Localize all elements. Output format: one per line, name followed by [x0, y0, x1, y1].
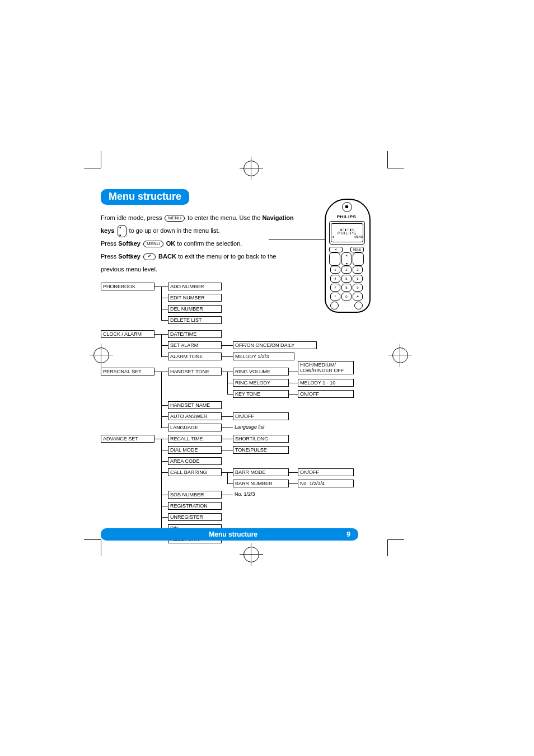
phone-screen-softright: MENU — [354, 235, 363, 238]
tree-line — [161, 461, 168, 462]
intro-paragraph: From idle mode, press MENU to enter the … — [101, 212, 302, 276]
menu-option: No. 1/2/3 — [233, 491, 257, 497]
menu-option: ON/OFF — [298, 390, 354, 398]
menu-key-icon: MENU — [143, 241, 163, 247]
key-6: 6 — [353, 275, 363, 283]
tree-line — [161, 428, 168, 428]
intro-text: Press — [101, 253, 118, 260]
menu-option: OFF/ON ONCE/ON DAILY — [233, 341, 317, 349]
menu-item: HANDSET NAME — [168, 401, 222, 409]
intro-bold: BACK — [158, 253, 176, 260]
phone-brand: PHILIPS — [325, 214, 368, 219]
intro-text: to confirm the selection. — [177, 240, 242, 247]
menu-tree: PHONEBOOK ADD NUMBER EDIT NUMBER DEL NUM… — [101, 283, 414, 537]
speaker-icon — [342, 202, 352, 212]
menu-item: DATE/TIME — [168, 330, 222, 338]
tree-line — [161, 287, 162, 320]
tree-line — [161, 472, 168, 473]
menu-option: ON/OFF — [298, 468, 354, 476]
tree-line — [222, 439, 233, 439]
call-key-icon — [329, 252, 340, 266]
phone-screen: ▮ ▯ ▮ ▯ ▮ ▯ PHILIPS ◄ MENU — [331, 223, 363, 242]
crop-mark — [101, 539, 101, 556]
key-2: 2 — [341, 266, 352, 274]
tree-line — [161, 298, 168, 298]
intro-text: to enter the menu. Use the — [188, 214, 262, 221]
callout-line — [269, 239, 325, 240]
tree-line — [161, 450, 168, 450]
intro-text: to exit the menu or to go back to the — [178, 253, 277, 260]
back-key-icon: ↶ — [143, 253, 156, 260]
menu-item: AUTO ANSWER — [168, 412, 222, 420]
tree-line — [289, 483, 298, 484]
keypad: 1 2 3 4 5 6 7 8 9 * 0 # — [330, 266, 363, 311]
menu-item: DELETE LIST — [168, 316, 222, 324]
menu-key-icon: MENU — [165, 215, 185, 222]
key-4: 4 — [330, 275, 340, 283]
menu-item: REGISTRATION — [168, 502, 222, 510]
menu-item: RING MELODY — [233, 379, 289, 387]
tree-line — [161, 495, 168, 495]
key-bottom-left — [330, 302, 339, 309]
menu-item: HANDSET TONE — [168, 368, 222, 375]
tree-line — [227, 383, 233, 383]
menu-phonebook: PHONEBOOK — [101, 283, 154, 290]
tree-line — [161, 320, 168, 321]
key-0: 0 — [341, 293, 352, 300]
menu-item: UNREGISTER — [168, 513, 222, 521]
crop-mark — [387, 539, 388, 556]
intro-bold: Softkey — [118, 253, 140, 260]
nav-cluster: ▴▾ — [329, 252, 364, 266]
intro-bold: Navigation — [262, 214, 293, 221]
menu-item: RING VOLUME — [233, 368, 289, 375]
tree-line — [222, 345, 233, 346]
menu-item: LANGUAGE — [168, 424, 222, 431]
menu-option: MELODY 1/2/3 — [233, 353, 294, 360]
phone-screen-softleft: ◄ — [331, 235, 334, 238]
menu-option: Language list — [233, 424, 266, 430]
tree-line — [161, 405, 168, 406]
menu-item: EDIT NUMBER — [168, 294, 222, 302]
softkey-right: MENU — [350, 247, 364, 252]
menu-option: HIGH/MEDIUM/ LOW/RINGER OFF — [298, 361, 354, 374]
key-1: 1 — [330, 266, 340, 274]
soft-keys: ↶ MENU — [329, 247, 364, 252]
phone-screen-text: PHILIPS — [338, 231, 357, 235]
tree-line — [161, 416, 168, 417]
tree-line — [289, 472, 298, 473]
tree-line — [222, 356, 233, 357]
handset-illustration: PHILIPS ▮ ▯ ▮ ▯ ▮ ▯ PHILIPS ◄ MENU ↶ MEN… — [325, 199, 368, 311]
menu-option: TONE/PULSE — [233, 446, 289, 454]
tree-line — [161, 345, 168, 346]
menu-item: RECALL TIME — [168, 435, 222, 443]
intro-bold: keys — [101, 227, 114, 234]
tree-line — [289, 394, 298, 395]
intro-bold: OK — [166, 240, 176, 247]
menu-item: KEY TONE — [233, 390, 289, 398]
crop-mark — [84, 168, 101, 168]
menu-item: CALL BARRING — [168, 468, 222, 476]
key-9: 9 — [353, 284, 363, 292]
menu-item: DEL NUMBER — [168, 305, 222, 313]
key-7: 7 — [330, 284, 340, 292]
menu-item: SET ALARM — [168, 341, 222, 349]
menu-item: SOS NUMBER — [168, 491, 222, 499]
tree-line — [161, 356, 168, 357]
menu-option: No. 1/2/3/4 — [298, 480, 354, 487]
tree-line — [161, 372, 162, 428]
tree-line — [289, 383, 298, 383]
section-title: Menu structure — [101, 189, 189, 205]
key-star: * — [330, 293, 340, 300]
menu-advance: ADVANCE SET — [101, 435, 154, 443]
tree-line — [161, 517, 168, 518]
menu-item: AREA CODE — [168, 457, 222, 465]
menu-item: BARR MODE — [233, 468, 289, 476]
menu-option: ON/OFF — [233, 412, 289, 420]
intro-bold: Softkey — [118, 240, 140, 247]
nav-key-icon — [118, 225, 127, 237]
menu-clock: CLOCK / ALARM — [101, 330, 154, 338]
intro-text: previous menu level. — [101, 266, 157, 273]
tree-line — [222, 450, 233, 450]
menu-option: MELODY 1 - 10 — [298, 379, 354, 387]
menu-item: BARR NUMBER — [233, 480, 289, 487]
